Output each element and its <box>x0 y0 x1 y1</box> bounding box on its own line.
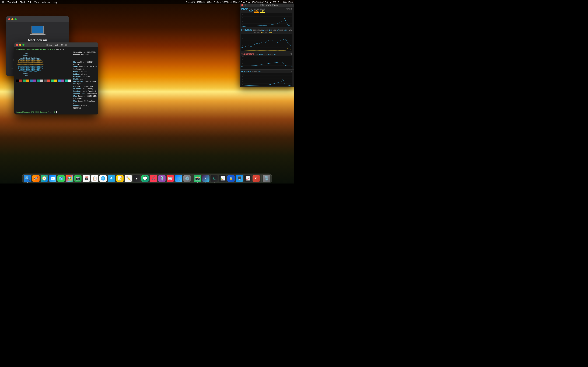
mail-icon: ✉️ <box>50 176 55 181</box>
power-dram-label: DRAM <box>260 8 265 10</box>
dock-icon-safari[interactable]: 🧭 <box>41 175 48 182</box>
svg-text:0: 0 <box>242 26 242 27</box>
terminal-minimize-button[interactable] <box>19 44 21 46</box>
menu-shell[interactable]: Shell <box>18 1 26 3</box>
whatsapp-icon: 💬 <box>143 176 147 181</box>
nf-de: DE: Aqua <box>73 83 97 85</box>
mac-screen-image <box>32 26 44 34</box>
svg-text:1.0: 1.0 <box>242 48 243 49</box>
svg-text:4.0: 4.0 <box>242 38 243 39</box>
dock-icon-music[interactable]: 🎵 <box>150 175 157 182</box>
dock-icon-tvplus[interactable]: ▶ <box>133 175 140 182</box>
dock-icon-facetime[interactable]: 📷 <box>74 175 82 182</box>
nf-terminal: Terminal: Apple_Terminal <box>73 90 97 93</box>
dock-icon-appstore[interactable]: 🛒 <box>175 175 182 182</box>
dock-icon-slack[interactable]: # <box>202 175 209 182</box>
frequency-section: Frequency CORE MAX 1.8 AVG 0.96 MIN 0.7 … <box>240 28 294 52</box>
freq-gfx-label: GFX <box>253 32 256 33</box>
greenshot-icon: 📸 <box>195 176 200 181</box>
chrome-icon: 🌐 <box>101 176 105 181</box>
safari-icon: 🧭 <box>42 176 47 181</box>
dock-separator <box>192 175 192 182</box>
menu-help[interactable]: Help <box>52 1 59 3</box>
power-section: Power PKG 2.07 CORE 0.96 DRAM 1.67 WATTS <box>240 7 294 28</box>
traffic-lights <box>8 18 17 20</box>
finder-icon: 🔍 <box>25 176 30 181</box>
ascii-line-7: .XMMMMMMMMMMMMMMMMMMMMMMMMMMMMX. <box>16 62 71 64</box>
sensor-status: Sensor 0% <box>186 1 195 3</box>
pg-minimize-button[interactable] <box>244 4 246 6</box>
dock-icon-finder[interactable]: 🔍 <box>24 175 31 182</box>
dock-icon-screens[interactable]: 🖥️ <box>236 175 243 182</box>
freq-avg-label: AVG <box>265 29 268 31</box>
dock-icon-podcasts[interactable]: 🎙️ <box>158 175 165 182</box>
power-pkg-label: PKG <box>249 8 252 10</box>
bitwarden-running-dot <box>231 183 231 183</box>
dock-icon-bitwarden[interactable]: 🔒 <box>227 175 235 182</box>
nf-packages: Packages: 25 (brew) <box>73 75 97 78</box>
nf-wm: WM: Quartz Compositor <box>73 85 97 88</box>
power-core-value: 0.96 <box>254 10 259 12</box>
svg-text:30: 30 <box>242 17 243 18</box>
terminal-running-dot <box>214 183 215 183</box>
terminal-zoom-button[interactable] <box>22 44 25 46</box>
nf-kernel: Kernel: 23.6.0 <box>73 71 97 73</box>
dock-icon-photos[interactable]: 🖼️ <box>66 175 73 182</box>
util-unit: % <box>291 71 293 73</box>
color-bright-cyan <box>65 80 68 82</box>
dock-icon-mail[interactable]: ✉️ <box>49 175 56 182</box>
close-button[interactable] <box>8 18 10 20</box>
stocks-icon: 📈 <box>245 176 250 181</box>
dock-icon-notes[interactable]: 📝 <box>116 175 123 182</box>
dock-icon-trash[interactable]: 🗑️ <box>263 175 270 182</box>
dock-icon-whatsapp[interactable]: 💬 <box>141 175 149 182</box>
power-header: Power PKG 2.07 CORE 0.96 DRAM 1.67 WATTS <box>241 8 293 13</box>
wifi-icon[interactable]: ▲ <box>270 1 272 3</box>
dock-icon-intellij[interactable]: IJ <box>252 175 260 182</box>
dock-icon-calendar[interactable]: OCT 10 <box>83 175 90 182</box>
dock-icon-stocks[interactable]: 📈 <box>244 175 251 182</box>
power-unit: WATTS <box>286 8 293 10</box>
menu-edit[interactable]: Edit <box>26 1 33 3</box>
menu-window[interactable]: Window <box>41 1 52 3</box>
svg-text:80: 80 <box>242 76 243 77</box>
datetime[interactable]: Thu 10 Oct 16:36 <box>278 1 293 3</box>
menu-app-name[interactable]: Terminal <box>6 1 18 3</box>
dock-icon-launchpad[interactable]: 🚀 <box>32 175 40 182</box>
dock-icon-telegram[interactable]: ✈ <box>108 175 115 182</box>
util-core-label: CORE <box>252 71 257 73</box>
svg-text:40: 40 <box>242 81 243 83</box>
dock-icon-terminal[interactable]: $_ <box>210 175 218 182</box>
dock-icon-news[interactable]: 📰 <box>167 175 174 182</box>
terminal-close-button[interactable] <box>16 44 18 46</box>
power-dram-value: 1.67 <box>260 10 264 12</box>
minimize-button[interactable] <box>11 18 13 20</box>
nf-wm-theme: WM Theme: Blue (Dark) <box>73 88 97 90</box>
term-final-prompt[interactable]: jkbuha@Julians-XPS-9500-Macbook-Pro ~ % <box>16 111 97 113</box>
svg-text:3.0: 3.0 <box>242 41 243 42</box>
dock-icon-chrome[interactable]: 🌐 <box>99 175 107 182</box>
dock-icon-greenshot[interactable]: 📸 <box>194 175 201 182</box>
power-chart: 40 30 20 10 0 <box>241 13 293 27</box>
pg-close-button[interactable] <box>241 4 243 6</box>
terminal-icon: $_ <box>213 177 216 180</box>
dock-icon-istatmenus[interactable]: 📊 <box>219 175 226 182</box>
zoom-button[interactable] <box>15 18 17 20</box>
ascii-line-14: .xMMM. <box>16 75 71 76</box>
util-core-val: 2.51 <box>258 71 261 73</box>
ascii-line-9: .XMMMMMMMMMMMMMMMMMMMMMMMMMMMMX. <box>16 66 71 67</box>
dock-icon-maps[interactable]: 🗺️ <box>57 175 65 182</box>
menubar: ⌘ Terminal Shell Edit View Window Help S… <box>0 0 294 4</box>
temp-min-label: MIN <box>270 53 273 55</box>
ascii-line-6: .KMMMMMMMMMMMMMMMMMMMMMMMMMMMk <box>16 60 71 62</box>
menu-view[interactable]: View <box>33 1 41 3</box>
dock-icon-freeform[interactable]: ✏️ <box>125 175 132 182</box>
dock-icon-reminders[interactable]: 📋 <box>91 175 98 182</box>
dock-icon-settings[interactable]: ⚙️ <box>183 175 191 182</box>
calendar-day: 10 <box>85 178 88 181</box>
ascii-line-3: .OMMMM0, <box>16 55 71 57</box>
nf-shell: Shell: zsh 5.9 <box>73 78 97 80</box>
color-black <box>16 80 19 82</box>
terminal-body[interactable]: jkbuha@Julians-XPS-9500-Macbook-Pro ~ % … <box>14 47 98 115</box>
apple-menu[interactable]: ⌘ <box>1 0 4 4</box>
